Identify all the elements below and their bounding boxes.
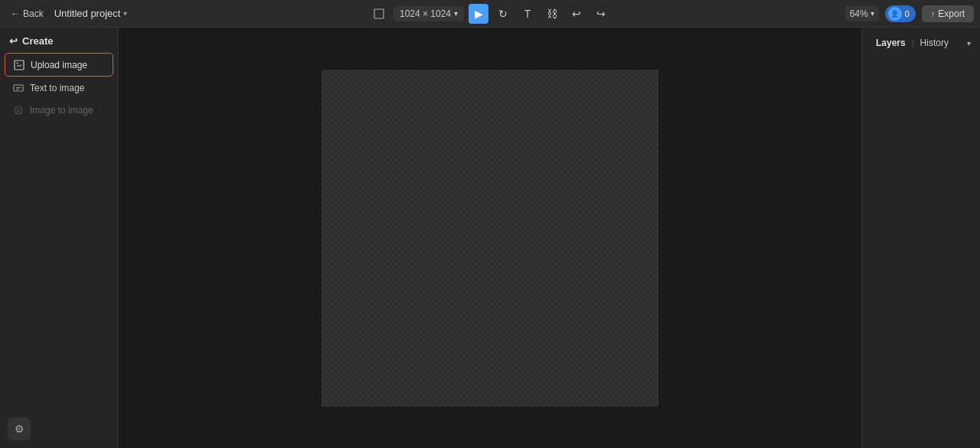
sidebar-header: ↩ Create [0,28,118,53]
canvas-checkerboard [322,70,658,407]
user-count: 0 [905,9,910,18]
image-to-image-label: Image to image [30,105,93,116]
export-icon: ↑ [931,9,936,18]
play-icon: ▶ [475,8,483,20]
upload-image-icon [13,59,24,70]
svg-rect-1 [15,60,24,70]
play-button[interactable]: ▶ [469,4,488,24]
canvas-container [322,70,658,407]
sidebar-item-text-to-image[interactable]: Text to image [5,77,113,99]
canvas-area[interactable] [119,28,861,448]
layers-label: Layers [876,38,906,48]
tab-layers[interactable]: Layers [871,35,910,51]
tab-divider: | [912,38,914,47]
zoom-button[interactable]: 64% ▾ [845,6,879,21]
export-button[interactable]: ↑ Export [922,5,974,22]
svg-point-6 [15,106,22,114]
link-button[interactable]: ⛓ [542,4,562,24]
rotate-icon: ↻ [498,8,508,20]
topbar-center: 1024 × 1024 ▾ ▶ ↻ T ⛓ ↩ ↪ [369,4,611,24]
right-sidebar-header: Layers | History ▾ [862,28,980,57]
topbar: ← Back Untitled project ▾ 1024 × 1024 ▾ … [0,0,980,28]
history-chevron-icon: ▾ [967,39,971,47]
undo-icon: ↩ [572,8,581,20]
left-sidebar: ↩ Create Upload image Text to [0,28,119,448]
upload-image-label: Upload image [31,60,87,70]
create-icon: ↩ [9,35,18,47]
image-to-image-icon [12,104,24,116]
link-icon: ⛓ [547,8,557,20]
redo-icon: ↪ [596,8,606,20]
user-avatar-icon: 👤 [890,10,899,18]
canvas-size-chevron-icon: ▾ [454,9,458,18]
rotate-button[interactable]: ↻ [493,4,513,24]
canvas-icon[interactable] [369,4,389,24]
project-chevron-icon: ▾ [123,9,127,18]
canvas-size-button[interactable]: 1024 × 1024 ▾ [394,6,464,21]
project-name[interactable]: Untitled project ▾ [54,8,128,19]
text-to-image-icon [12,82,24,93]
svg-rect-0 [374,9,384,18]
user-avatar: 👤 [888,7,902,21]
zoom-chevron-icon: ▾ [871,9,874,18]
user-badge: 👤 0 [885,5,916,22]
canvas-size-label: 1024 × 1024 [400,8,451,19]
svg-point-7 [17,109,20,112]
main-area: ↩ Create Upload image Text to [0,28,980,448]
settings-gear-icon: ⚙ [15,423,24,435]
right-sidebar: Layers | History ▾ [861,28,980,448]
settings-button[interactable]: ⚙ [8,417,31,440]
tab-history[interactable]: History [916,35,953,51]
bottom-left: ⚙ [8,417,31,440]
text-to-image-label: Text to image [30,83,84,93]
back-label: Back [23,8,44,19]
redo-button[interactable]: ↪ [591,4,611,24]
undo-button[interactable]: ↩ [567,4,586,24]
tab-group: Layers | History [871,35,953,51]
text-tool-button[interactable]: T [518,4,537,24]
topbar-right: 64% ▾ 👤 0 ↑ Export [845,5,974,22]
back-button[interactable]: ← Back [6,6,48,21]
sidebar-item-upload-image[interactable]: Upload image [5,53,113,77]
sidebar-item-image-to-image: Image to image [5,99,113,121]
project-title: Untitled project [54,8,121,19]
topbar-left: ← Back Untitled project ▾ [6,6,127,21]
text-icon: T [524,8,531,20]
export-label: Export [938,8,965,19]
back-arrow-icon: ← [11,8,20,19]
sidebar-header-label: Create [22,35,53,47]
history-label: History [920,38,949,48]
zoom-level: 64% [850,8,868,19]
svg-point-2 [16,62,18,64]
